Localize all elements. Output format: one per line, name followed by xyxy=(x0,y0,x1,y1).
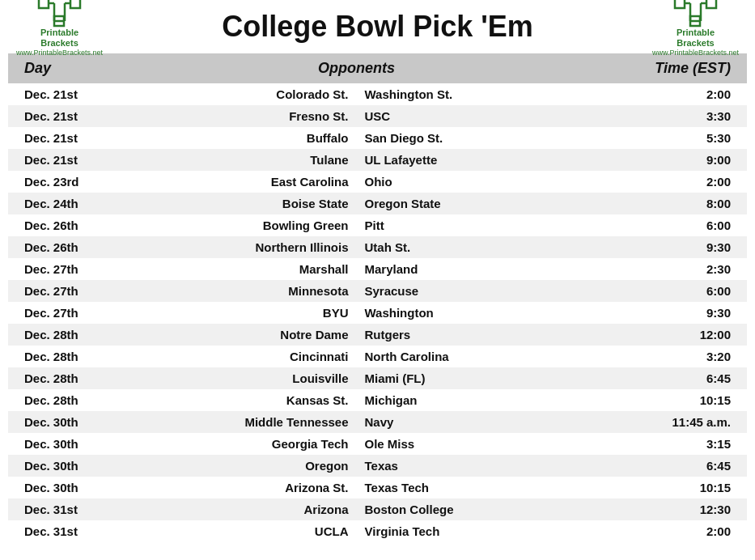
game-day: Dec. 24th xyxy=(8,193,165,214)
game-time: 2:00 xyxy=(548,171,747,193)
page-header: PrintableBrackets www.PrintableBrackets.… xyxy=(0,0,755,53)
game-time: 10:15 xyxy=(548,477,747,498)
team1-name: Georgia Tech xyxy=(173,437,356,451)
game-opponents: CincinnatiNorth Carolina xyxy=(165,346,548,367)
game-opponents: ArizonaBoston College xyxy=(165,498,548,520)
team2-name: Rutgers xyxy=(357,328,540,342)
team2-name: Washington St. xyxy=(357,87,540,101)
table-container: Day Opponents Time (EST) Dec. 21stColora… xyxy=(0,53,755,550)
team2-name: UL Lafayette xyxy=(357,153,540,167)
game-time: 12:00 xyxy=(548,324,747,346)
team2-name: Pitt xyxy=(357,218,540,232)
game-day: Dec. 26th xyxy=(8,236,165,258)
game-time: 2:30 xyxy=(548,258,747,280)
table-row: Dec. 28thNotre DameRutgers12:00 xyxy=(8,324,747,346)
game-opponents: East CarolinaOhio xyxy=(165,171,548,193)
team2-name: Maryland xyxy=(357,262,540,276)
table-row: Dec. 23rdEast CarolinaOhio2:00 xyxy=(8,171,747,193)
game-time: 11:45 a.m. xyxy=(548,411,747,433)
table-row: Dec. 30thArizona St.Texas Tech10:15 xyxy=(8,477,747,498)
team1-name: Fresno St. xyxy=(173,109,356,123)
game-day: Dec. 21st xyxy=(8,149,165,171)
team1-name: BYU xyxy=(173,306,356,320)
game-time: 9:30 xyxy=(548,236,747,258)
game-day: Dec. 27th xyxy=(8,280,165,302)
team1-name: Arizona xyxy=(173,503,356,516)
game-opponents: Georgia TechOle Miss xyxy=(165,433,548,455)
logo-right-icon xyxy=(673,0,718,28)
team1-name: Notre Dame xyxy=(173,328,356,342)
game-time: 9:00 xyxy=(548,149,747,171)
team2-name: Miami (FL) xyxy=(357,371,540,385)
team2-name: Boston College xyxy=(357,503,540,516)
svg-rect-8 xyxy=(675,0,685,8)
game-day: Dec. 30th xyxy=(8,433,165,455)
table-row: Dec. 28thCincinnatiNorth Carolina3:20 xyxy=(8,346,747,367)
table-row: Dec. 28thKansas St.Michigan10:15 xyxy=(8,389,747,411)
game-day: Dec. 27th xyxy=(8,258,165,280)
svg-rect-9 xyxy=(706,0,716,8)
game-opponents: Kansas St.Michigan xyxy=(165,389,548,411)
game-time: 9:30 xyxy=(548,302,747,324)
game-opponents: LouisvilleMiami (FL) xyxy=(165,367,548,389)
logo-right: PrintableBrackets www.PrintableBrackets.… xyxy=(652,0,739,57)
col-opponents: Opponents xyxy=(165,53,548,83)
game-time: 5:30 xyxy=(548,127,747,149)
logo-left-url: www.PrintableBrackets.net xyxy=(16,49,103,57)
game-day: Dec. 31st xyxy=(8,520,165,542)
table-row: Dec. 21stColorado St.Washington St.2:00 xyxy=(8,83,747,105)
game-time: 3:30 xyxy=(548,105,747,127)
game-day: Dec. 30th xyxy=(8,477,165,498)
game-opponents: OregonTexas xyxy=(165,455,548,477)
logo-left: PrintableBrackets www.PrintableBrackets.… xyxy=(16,0,103,57)
table-row: Dec. 26thBowling GreenPitt6:00 xyxy=(8,214,747,236)
team1-name: Minnesota xyxy=(173,284,356,298)
page-title: College Bowl Pick 'Em xyxy=(222,10,533,44)
team1-name: UCLA xyxy=(173,524,356,538)
game-opponents: Colorado St.Washington St. xyxy=(165,83,548,105)
table-row: Dec. 30thOregonTexas6:45 xyxy=(8,455,747,477)
game-opponents: Northern IllinoisUtah St. xyxy=(165,236,548,258)
team1-name: Tulane xyxy=(173,153,356,167)
team1-name: Oregon xyxy=(173,459,356,473)
svg-rect-0 xyxy=(39,0,49,8)
game-time: 10:15 xyxy=(548,389,747,411)
team1-name: Bowling Green xyxy=(173,218,356,232)
game-day: Dec. 23rd xyxy=(8,171,165,193)
table-row: Dec. 31stUCLAVirginia Tech2:00 xyxy=(8,520,747,542)
game-time: 8:00 xyxy=(548,193,747,214)
game-day: Dec. 21st xyxy=(8,127,165,149)
game-day: Dec. 28th xyxy=(8,346,165,367)
team2-name: Michigan xyxy=(357,393,540,407)
game-day: Dec. 26th xyxy=(8,214,165,236)
team1-name: Northern Illinois xyxy=(173,240,356,254)
logo-left-icon xyxy=(37,0,82,28)
game-opponents: BuffaloSan Diego St. xyxy=(165,127,548,149)
table-row: Dec. 21stTulaneUL Lafayette9:00 xyxy=(8,149,747,171)
logo-right-url: www.PrintableBrackets.net xyxy=(652,49,739,57)
table-row: Dec. 28thLouisvilleMiami (FL)6:45 xyxy=(8,367,747,389)
team2-name: North Carolina xyxy=(357,350,540,363)
team1-name: East Carolina xyxy=(173,175,356,189)
team1-name: Louisville xyxy=(173,371,356,385)
table-header-row: Day Opponents Time (EST) xyxy=(8,53,747,83)
table-row: Dec. 21stFresno St.USC3:30 xyxy=(8,105,747,127)
team2-name: Washington xyxy=(357,306,540,320)
team1-name: Arizona St. xyxy=(173,481,356,494)
game-opponents: Arizona St.Texas Tech xyxy=(165,477,548,498)
col-time: Time (EST) xyxy=(548,53,747,83)
game-day: Dec. 27th xyxy=(8,302,165,324)
table-row: Dec. 26thNorthern IllinoisUtah St.9:30 xyxy=(8,236,747,258)
game-opponents: MarshallMaryland xyxy=(165,258,548,280)
game-opponents: UCLAVirginia Tech xyxy=(165,520,548,542)
game-opponents: BYUWashington xyxy=(165,302,548,324)
game-time: 6:45 xyxy=(548,367,747,389)
table-row: Dec. 27thMarshallMaryland2:30 xyxy=(8,258,747,280)
team2-name: Syracuse xyxy=(357,284,540,298)
table-row: Dec. 30thMiddle TennesseeNavy11:45 a.m. xyxy=(8,411,747,433)
team2-name: Ohio xyxy=(357,175,540,189)
game-opponents: Boise StateOregon State xyxy=(165,193,548,214)
game-time: 6:45 xyxy=(548,455,747,477)
team2-name: Texas Tech xyxy=(357,481,540,494)
game-day: Dec. 21st xyxy=(8,83,165,105)
